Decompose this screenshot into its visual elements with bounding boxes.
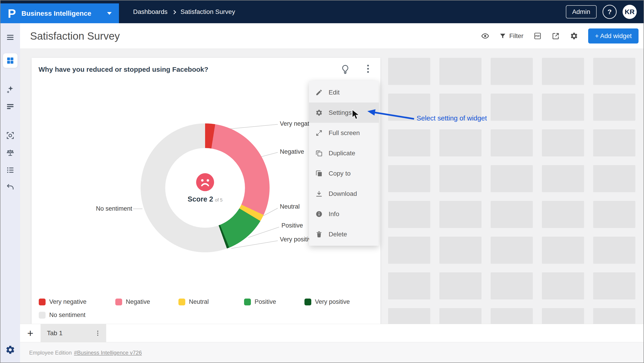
avatar[interactable]: KR [622,5,637,19]
topbar-inner: Dashboards Satisfaction Survey Admin ? K… [119,0,644,23]
eye-icon[interactable] [481,32,489,40]
callout-neutral: Neutral [280,203,300,210]
widget-placeholder [542,237,584,264]
widget-placeholder [439,129,482,156]
tab-1[interactable]: Tab 1 [40,324,106,342]
widget-placeholder [439,201,482,228]
fullscreen-icon [316,129,323,137]
widget-placeholder [593,58,635,85]
menu-item-delete[interactable]: Delete [309,224,379,244]
gear-icon [316,109,323,116]
legend-item-very-positive[interactable]: Very positive [304,298,350,305]
menu-item-label: Full screen [328,129,360,137]
breadcrumb: Dashboards Satisfaction Survey [133,8,235,15]
footer-edition: Employee Edition [29,350,72,356]
funnel-icon [499,32,506,39]
widget-placeholder [593,308,635,324]
sidebar-menu-toggle[interactable] [5,32,15,42]
sidebar-item-dashboards[interactable] [3,53,18,68]
info-icon [316,210,323,218]
add-widget-button[interactable]: + Add widget [588,28,638,43]
widget-placeholder [439,308,482,324]
widget-placeholder [388,165,430,192]
menu-item-info[interactable]: Info [309,204,379,224]
legend-label: Negative [126,298,150,305]
footer-version-link[interactable]: #Business Intelligence v726 [74,350,142,356]
widget-menu-dots-icon[interactable] [362,63,374,74]
callout-negative: Negative [280,148,304,155]
legend-item-negative[interactable]: Negative [115,298,150,305]
legend-label: Very positive [315,298,350,305]
tab-bar: + Tab 1 [20,324,644,342]
sidebar-item-govern[interactable] [5,148,15,158]
legend-item-positive[interactable]: Positive [244,298,276,305]
share-icon[interactable] [552,32,560,40]
sidebar-item-back[interactable] [5,182,15,192]
sidebar-settings[interactable] [5,345,15,355]
trash-icon [316,231,323,238]
admin-button[interactable]: Admin [566,5,596,18]
score-value: Score 2 [188,195,213,203]
chevron-down-icon [107,12,112,15]
donut-ring[interactable]: Score 2of 5 [140,123,270,252]
download-icon [316,190,323,197]
widget-placeholder [491,201,533,228]
menu-item-settings[interactable]: Settings [309,102,379,123]
sidebar-item-present[interactable] [5,102,15,112]
product-switcher[interactable]: P Business Intelligence [0,3,119,23]
page-header: Satisfaction Survey Filter + Add widget [20,23,644,49]
sidebar-item-catalog[interactable] [5,165,15,175]
legend-item-no-sentiment[interactable]: No sentiment [39,312,86,319]
legend-item-very-negative[interactable]: Very negative [39,298,86,305]
callout-no-sentiment: No sentiment [77,205,132,212]
widget-placeholder [491,94,533,121]
filter-button[interactable]: Filter [499,32,524,40]
menu-item-download[interactable]: Download [309,184,379,204]
menu-item-edit[interactable]: Edit [309,82,379,102]
widget-placeholder [388,58,430,85]
legend-label: Neutral [189,298,209,305]
widget-placeholder [388,272,430,300]
sidebar-item-discover[interactable] [5,130,15,140]
legend-item-neutral[interactable]: Neutral [178,298,209,305]
scale-icon [6,148,14,157]
widget-placeholder [388,129,430,156]
widget-placeholder [491,272,533,300]
app-window: P Business Intelligence Dashboards Satis… [0,0,644,363]
widget-placeholder [593,272,635,300]
tab-menu-dots-icon[interactable] [94,330,101,337]
legend-swatch [304,299,311,305]
add-tab-button[interactable]: + [20,324,40,342]
legend-label: Very negative [49,298,86,305]
duplicate-icon [316,150,323,157]
help-button[interactable]: ? [602,5,617,19]
widget-placeholder [593,94,635,121]
widget-placeholder [491,58,533,85]
widget-placeholder [593,129,635,156]
sparkle-icon [6,85,14,94]
pdf-export-icon[interactable] [534,32,542,40]
widget-placeholder [439,272,482,300]
menu-item-duplicate[interactable]: Duplicate [309,143,379,163]
legend-swatch [244,299,251,305]
widget-placeholder [542,272,584,300]
callout-positive: Positive [282,222,303,229]
menu-item-label: Duplicate [328,150,355,157]
lightbulb-icon[interactable] [340,64,351,75]
dashboards-grid-icon [6,56,14,65]
topbar-right: Admin ? KR [566,5,644,19]
menu-item-label: Edit [328,89,340,96]
widget-context-menu: Edit Settings Full screen Duplicate Copy… [309,81,379,246]
back-arrow-icon [6,183,14,191]
widget-placeholder [593,165,635,192]
menu-item-full-screen[interactable]: Full screen [309,123,379,143]
breadcrumb-separator-icon [172,10,176,14]
widget-placeholder [388,201,430,228]
menu-item-copy-to[interactable]: Copy to [309,163,379,184]
menu-item-label: Download [328,190,357,197]
widget-placeholder [491,129,533,156]
dashboard-settings-gear-icon[interactable] [570,32,578,40]
breadcrumb-dashboards[interactable]: Dashboards [133,8,168,15]
sidebar-item-ai[interactable] [5,84,15,94]
menu-item-label: Info [328,210,339,218]
